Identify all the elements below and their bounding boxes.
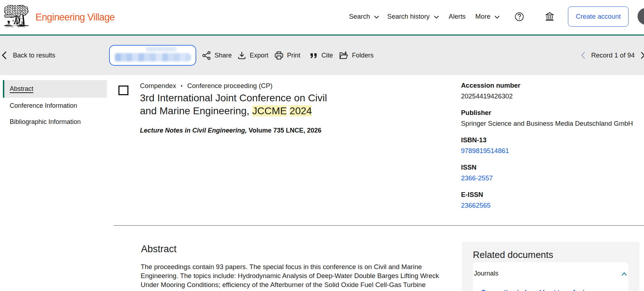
field-isbn-13: ISBN-13 9789819514861	[461, 136, 640, 154]
record-meta-row: Compendex • Conference proceeding (CP)	[140, 82, 273, 90]
nav-more[interactable]: More	[475, 13, 500, 20]
related-documents-panel: Related documents Journals Convection in…	[462, 242, 639, 291]
redaction-block	[156, 53, 162, 61]
institution-button[interactable]	[545, 11, 555, 22]
field-label: Accession number	[461, 82, 640, 89]
sidebar-item-conference-information[interactable]: Conference Information	[3, 98, 107, 114]
search-input[interactable]	[109, 45, 196, 66]
create-account-button[interactable]: Create account	[568, 6, 629, 27]
field-value: Springer Science and Business Media Deut…	[461, 120, 640, 127]
nav-search-label: Search	[349, 13, 370, 20]
elsevier-tree-logo	[4, 5, 29, 28]
chevron-down-icon	[494, 14, 500, 20]
redaction-block	[185, 53, 191, 61]
sidebar-item-bibliographic-information[interactable]: Bibliographic Information	[3, 114, 107, 130]
field-publisher: Publisher Springer Science and Business …	[461, 109, 640, 127]
nav-search-history-label: Search history	[387, 13, 429, 20]
folders-button[interactable]: Folders	[339, 50, 373, 60]
results-toolbar: Back to results	[0, 36, 644, 75]
related-journal-link[interactable]: Convection induced heat transfer in a ho…	[481, 288, 620, 291]
highlighted-term: 2024	[290, 105, 312, 116]
field-label: ISSN	[461, 163, 640, 171]
chevron-left-icon	[580, 51, 586, 59]
related-documents-heading: Related documents	[473, 250, 628, 260]
cite-button[interactable]: Cite	[309, 51, 333, 60]
redaction-block	[115, 53, 121, 61]
app-header: Engineering Village Search Search histor…	[0, 0, 644, 34]
chevron-down-icon	[433, 14, 440, 20]
section-divider	[114, 225, 644, 226]
chevron-left-icon	[1, 51, 8, 60]
next-record-button[interactable]	[640, 51, 644, 59]
chevron-right-icon	[640, 51, 644, 59]
help-icon	[514, 12, 524, 22]
journals-accordion-label: Journals	[474, 270, 498, 277]
cite-icon	[309, 51, 318, 60]
redaction-block	[126, 53, 132, 61]
redaction-blob	[146, 47, 177, 51]
export-icon	[237, 51, 246, 60]
issn-link[interactable]: 2366-2557	[461, 174, 640, 182]
field-value: 20254419426302	[461, 92, 640, 100]
back-to-results-link[interactable]: Back to results	[1, 36, 55, 75]
abstract-text: The proceedings contain 93 papers. The s…	[141, 263, 452, 289]
redaction-block	[174, 53, 180, 61]
field-e-issn: E-ISSN 23662565	[461, 191, 640, 209]
field-label: E-ISSN	[461, 191, 640, 198]
e-issn-link[interactable]: 23662565	[461, 202, 640, 209]
redaction-block	[144, 53, 150, 61]
print-label: Print	[287, 52, 300, 59]
redaction-block	[132, 53, 138, 61]
journals-accordion-header[interactable]: Journals	[474, 270, 627, 277]
nav-alerts[interactable]: Alerts	[449, 13, 466, 20]
back-to-results-label: Back to results	[13, 52, 55, 59]
print-button[interactable]: Print	[274, 51, 300, 60]
record-actions: Share Export Print	[202, 36, 381, 75]
print-icon	[274, 51, 284, 60]
redacted-query	[110, 46, 196, 65]
chevron-up-icon	[621, 272, 627, 276]
share-button[interactable]: Share	[202, 51, 232, 60]
redaction-block	[168, 53, 174, 61]
institution-icon	[545, 11, 555, 22]
page: Engineering Village Search Search histor…	[0, 0, 644, 291]
redaction-block	[138, 53, 144, 61]
nav-alerts-label: Alerts	[449, 13, 466, 20]
database-label: Compendex	[140, 82, 176, 90]
field-accession-number: Accession number 20254419426302	[461, 82, 640, 100]
select-record-checkbox[interactable]	[118, 86, 128, 95]
redaction-block	[180, 53, 185, 61]
meta-separator: •	[181, 82, 183, 90]
export-label: Export	[250, 52, 268, 59]
source-title: Lecture Notes in Civil Engineering,	[140, 127, 247, 134]
header-nav: Search Search history Alerts More	[349, 0, 644, 33]
nav-search-history[interactable]: Search history	[387, 13, 439, 20]
abstract-heading: Abstract	[141, 244, 177, 254]
related-documents-card: Journals Convection induced heat transfe…	[473, 262, 628, 291]
document-type-label: Conference proceeding (CP)	[187, 82, 273, 90]
previous-record-button[interactable]	[580, 51, 586, 59]
record-pagination: Record 1 of 94	[580, 36, 644, 75]
isbn-link[interactable]: 9789819514861	[461, 147, 640, 154]
chevron-down-icon	[373, 14, 380, 20]
highlight-gap	[287, 105, 290, 116]
source-volume: Volume 735 LNCE, 2026	[247, 127, 321, 134]
sidebar-item-abstract[interactable]: Abstract	[3, 80, 107, 98]
app-title: Engineering Village	[36, 12, 115, 23]
share-icon	[202, 51, 211, 60]
share-label: Share	[215, 52, 232, 59]
redaction-block	[162, 53, 168, 61]
field-issn: ISSN 2366-2557	[461, 163, 640, 182]
nav-more-label: More	[475, 13, 490, 20]
redaction-block	[121, 53, 126, 61]
field-label: ISBN-13	[461, 136, 640, 144]
export-button[interactable]: Export	[237, 51, 268, 60]
record-details: Accession number 20254419426302 Publishe…	[461, 82, 640, 218]
nav-search[interactable]: Search	[349, 13, 380, 20]
redaction-block	[150, 53, 156, 61]
record-position: Record 1 of 94	[591, 51, 635, 59]
record-section-nav: Abstract Conference Information Bibliogr…	[3, 80, 107, 130]
folders-label: Folders	[352, 52, 373, 59]
help-button[interactable]	[514, 12, 524, 22]
publication-source: Lecture Notes in Civil Engineering, Volu…	[140, 126, 321, 134]
